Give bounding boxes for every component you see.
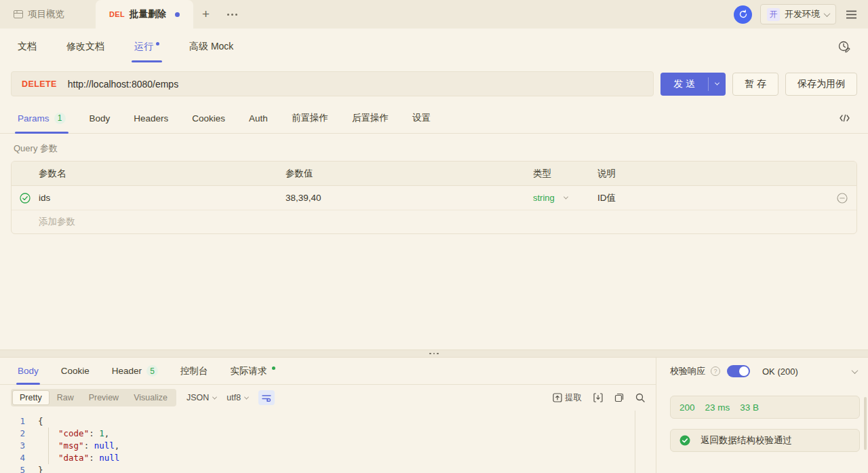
tab-console[interactable]: 控制台	[180, 358, 208, 384]
topbar-right: 开 开发环境	[734, 0, 868, 29]
panel-splitter[interactable]	[0, 349, 868, 358]
line-number: 3	[0, 440, 38, 452]
menu-button[interactable]	[844, 10, 859, 19]
encoding-select[interactable]: utf8	[226, 393, 248, 402]
mode-preview[interactable]: Preview	[81, 390, 126, 405]
validation-label: 校验响应	[670, 365, 705, 377]
add-param-row[interactable]: 添加参数	[12, 210, 856, 233]
tab-label: Body	[90, 113, 111, 124]
tab-title: 批量删除	[130, 8, 166, 20]
modified-dot	[156, 42, 159, 45]
tab-edit-docs[interactable]: 修改文档	[66, 29, 104, 64]
tab-response-body[interactable]: Body	[18, 358, 39, 384]
env-name: 开发环境	[785, 8, 820, 20]
mode-visualize[interactable]: Visualize	[126, 390, 175, 405]
tab-params[interactable]: Params 1	[18, 103, 66, 133]
remove-row-icon[interactable]	[837, 193, 848, 204]
format-value: JSON	[186, 393, 209, 402]
tab-label: 前置操作	[292, 112, 328, 124]
empty-area	[0, 234, 868, 349]
send-button[interactable]: 发 送	[660, 73, 708, 96]
validation-status: OK (200)	[762, 366, 798, 377]
encoding-value: utf8	[226, 393, 241, 402]
tab-label: 运行	[134, 41, 153, 53]
method-label: DELETE	[22, 79, 57, 89]
tab-response-cookie[interactable]: Cookie	[61, 358, 90, 384]
tab-project-overview[interactable]: 项目概览	[0, 0, 78, 29]
history-button[interactable]	[837, 40, 850, 53]
response-size: 33 B	[740, 402, 759, 413]
send-options-button[interactable]	[709, 73, 726, 96]
tab-cookies[interactable]: Cookies	[192, 103, 225, 133]
window-tab-bar: 项目概览 DEL 批量删除 + 开 开发环境	[0, 0, 868, 29]
code-text: "data": null	[38, 452, 119, 464]
view-mode-switcher: Pretty Raw Preview Visualize	[11, 389, 176, 406]
validation-toggle[interactable]	[727, 365, 750, 377]
tab-advanced-mock[interactable]: 高级 Mock	[189, 29, 233, 64]
enabled-check-icon[interactable]	[20, 193, 31, 204]
response-section: Body Cookie Header 5 控制台 实际请求 Pretty Raw…	[0, 358, 868, 473]
clock-edit-icon	[837, 40, 850, 53]
response-body-panel: Body Cookie Header 5 控制台 实际请求 Pretty Raw…	[0, 358, 656, 473]
chevron-down-icon	[212, 394, 217, 399]
line-number: 1	[0, 415, 38, 428]
save-as-case-button[interactable]: 保存为用例	[785, 73, 857, 96]
param-type-select[interactable]: string	[533, 193, 597, 203]
tab-headers[interactable]: Headers	[134, 103, 168, 133]
scrollbar[interactable]	[864, 397, 867, 450]
table-row: ids 38,39,40 string ID值	[12, 186, 856, 210]
status-code: 200	[679, 402, 695, 413]
stash-button[interactable]: 暂 存	[732, 73, 778, 96]
tab-post-operations[interactable]: 后置操作	[352, 103, 389, 133]
tab-label: 高级 Mock	[189, 41, 233, 53]
environment-selector[interactable]: 开 开发环境	[760, 4, 836, 24]
line-number: 5	[0, 464, 38, 473]
tab-batch-delete[interactable]: DEL 批量删除	[96, 0, 193, 29]
extract-label: 提取	[565, 392, 582, 404]
code-view-button[interactable]	[839, 114, 850, 122]
tab-actual-request[interactable]: 实际请求	[231, 358, 275, 384]
line-number: 4	[0, 452, 38, 464]
response-code-editor[interactable]: 1{2"code": 1,3"msg": null,4"data": null5…	[0, 411, 656, 473]
format-select[interactable]: JSON	[186, 393, 216, 402]
response-toolbar: Pretty Raw Preview Visualize JSON utf8	[0, 385, 656, 411]
project-overview-icon	[14, 10, 23, 18]
add-param-label: 添加参数	[39, 216, 285, 228]
tab-pre-operations[interactable]: 前置操作	[292, 103, 328, 133]
tab-docs[interactable]: 文档	[18, 29, 37, 64]
tab-auth[interactable]: Auth	[249, 103, 268, 133]
search-button[interactable]	[635, 393, 645, 402]
sync-button[interactable]	[734, 5, 752, 24]
col-name: 参数名	[39, 168, 285, 180]
help-icon[interactable]: ?	[711, 366, 720, 376]
response-metrics-card: 200 23 ms 33 B	[670, 396, 860, 419]
download-button[interactable]	[593, 393, 603, 402]
response-time: 23 ms	[705, 402, 730, 413]
tab-settings[interactable]: 设置	[412, 103, 431, 133]
mode-pretty[interactable]: Pretty	[12, 390, 50, 405]
tab-body[interactable]: Body	[90, 103, 111, 133]
editor-edge-line	[635, 411, 635, 473]
code-icon	[839, 114, 850, 122]
copy-button[interactable]	[614, 393, 624, 402]
tab-label: Auth	[249, 113, 268, 124]
extract-icon	[553, 393, 562, 402]
tab-label: Body	[18, 366, 39, 376]
param-description-cell[interactable]: ID值	[597, 192, 828, 204]
word-wrap-button[interactable]	[258, 390, 275, 405]
col-type: 类型	[533, 168, 597, 180]
tab-label: Cookies	[192, 113, 225, 124]
new-tab-button[interactable]: +	[193, 0, 218, 29]
extract-button[interactable]: 提取	[553, 392, 582, 404]
code-line: 3"msg": null,	[0, 440, 656, 452]
chevron-down-icon[interactable]	[852, 367, 859, 374]
param-name-cell[interactable]: ids	[39, 193, 285, 203]
tab-label: Cookie	[61, 366, 90, 376]
more-tabs-button[interactable]	[218, 0, 246, 29]
tab-run[interactable]: 运行	[134, 29, 159, 64]
tab-response-header[interactable]: Header 5	[112, 358, 158, 384]
url-input[interactable]: DELETE http://localhost:8080/emps	[11, 71, 654, 96]
param-value-cell[interactable]: 38,39,40	[285, 193, 533, 203]
mode-raw[interactable]: Raw	[50, 390, 81, 405]
ellipsis-icon	[227, 14, 237, 16]
